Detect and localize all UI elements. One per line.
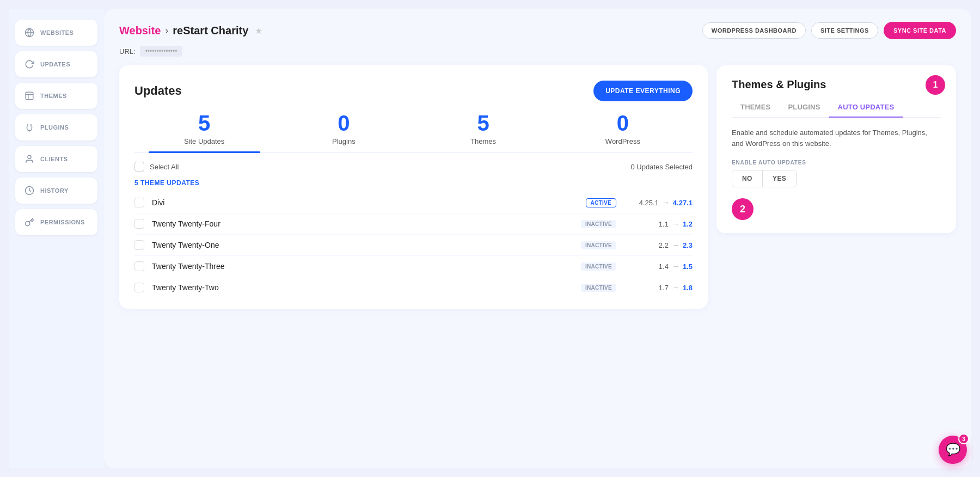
stat-wordpress[interactable]: 0 WordPress	[553, 112, 693, 152]
theme-row-checkbox[interactable]	[134, 198, 144, 207]
updates-title: Updates	[134, 84, 182, 98]
select-all-left: Select All	[134, 162, 179, 172]
version-to: 1.5	[683, 262, 693, 271]
content-row: Updates UPDATE EVERYTHING 5 Site Updates…	[119, 65, 956, 309]
table-row: Twenty Twenty-Two INACTIVE 1.7 → 1.8	[134, 277, 693, 298]
stat-site-updates-number: 5	[134, 112, 274, 134]
version-info: 1.1 → 1.2	[627, 219, 693, 228]
sidebar-item-updates-label: UPDATES	[40, 61, 70, 68]
header: Website › reStart Charity ★ WORDPRESS DA…	[119, 22, 956, 39]
select-all-label[interactable]: Select All	[150, 163, 179, 171]
theme-row-checkbox[interactable]	[134, 283, 144, 292]
panel-tabs: THEMES PLUGINS AUTO UPDATES	[732, 99, 941, 118]
updates-card: Updates UPDATE EVERYTHING 5 Site Updates…	[119, 65, 708, 309]
breadcrumb-website-link[interactable]: Website	[119, 25, 161, 37]
tab-themes[interactable]: THEMES	[732, 99, 779, 118]
plug-icon	[24, 122, 35, 133]
breadcrumb: Website › reStart Charity ★	[119, 25, 262, 37]
theme-row-checkbox[interactable]	[134, 219, 144, 229]
right-panel: 1 Themes & Plugins THEMES PLUGINS AUTO U…	[716, 65, 956, 233]
main-area: Website › reStart Charity ★ WORDPRESS DA…	[104, 9, 971, 468]
layout-icon	[24, 90, 35, 101]
svg-point-7	[28, 155, 31, 158]
wordpress-dashboard-button[interactable]: WORDPRESS DASHBOARD	[702, 22, 806, 39]
arrow-right-icon: →	[672, 283, 679, 292]
sync-site-data-button[interactable]: SYNC SITE DATA	[884, 22, 956, 39]
sidebar-item-websites[interactable]: WEBSITES	[15, 20, 97, 46]
header-actions: WORDPRESS DASHBOARD SITE SETTINGS SYNC S…	[702, 22, 956, 39]
table-row: Divi ACTIVE 4.25.1 → 4.27.1	[134, 192, 693, 213]
sidebar-item-clients[interactable]: CLIENTS	[15, 146, 97, 172]
stat-site-updates-label: Site Updates	[134, 137, 274, 145]
theme-name: Divi	[152, 198, 586, 207]
url-value: ••••••••••••••	[140, 46, 183, 57]
stat-wordpress-number: 0	[553, 112, 693, 134]
version-from: 1.7	[659, 284, 669, 292]
select-all-checkbox[interactable]	[134, 162, 144, 172]
version-from: 2.2	[659, 241, 669, 249]
theme-name: Twenty Twenty-Four	[152, 219, 581, 228]
sidebar-item-history-label: HISTORY	[40, 187, 69, 194]
sidebar-item-clients-label: CLIENTS	[40, 156, 68, 162]
sidebar-item-plugins-label: PLUGINS	[40, 124, 69, 131]
theme-row-checkbox[interactable]	[134, 240, 144, 250]
enable-auto-updates-label: ENABLE AUTO UPDATES	[732, 160, 941, 166]
version-info: 2.2 → 2.3	[627, 241, 693, 249]
sidebar-item-plugins[interactable]: PLUGINS	[15, 114, 97, 140]
theme-row-checkbox[interactable]	[134, 261, 144, 271]
theme-updates-header: 5 THEME UPDATES	[134, 179, 693, 187]
sidebar-item-updates[interactable]: UPDATES	[15, 51, 97, 77]
sidebar-item-themes[interactable]: THEMES	[15, 83, 97, 109]
panel-description: Enable and schedule automated updates fo…	[732, 127, 941, 150]
step-2-badge: 2	[732, 198, 754, 220]
chat-button[interactable]: 💬 3	[939, 436, 967, 464]
notification-badge-1: 1	[926, 75, 945, 95]
update-everything-button[interactable]: UPDATE EVERYTHING	[593, 81, 693, 101]
favorite-star-icon[interactable]: ★	[255, 26, 262, 36]
stat-themes-number: 5	[414, 112, 553, 134]
sidebar-item-themes-label: THEMES	[40, 93, 67, 99]
toggle-group: NO YES	[732, 170, 797, 187]
site-settings-button[interactable]: SITE SETTINGS	[811, 22, 878, 39]
tab-auto-updates[interactable]: AUTO UPDATES	[829, 99, 903, 118]
theme-status-badge: INACTIVE	[581, 220, 616, 228]
panel-title: Themes & Plugins	[732, 78, 941, 91]
arrow-right-icon: →	[672, 262, 679, 271]
clock-icon	[24, 185, 35, 196]
theme-list: Divi ACTIVE 4.25.1 → 4.27.1 Twenty Twent…	[134, 192, 693, 298]
toggle-yes-button[interactable]: YES	[763, 170, 796, 187]
version-to: 1.8	[683, 284, 693, 292]
svg-rect-2	[26, 92, 33, 100]
theme-status-badge: INACTIVE	[581, 241, 616, 249]
arrow-right-icon: →	[662, 198, 670, 207]
stat-themes-label: Themes	[414, 137, 553, 145]
table-row: Twenty Twenty-Four INACTIVE 1.1 → 1.2	[134, 213, 693, 235]
tab-plugins[interactable]: PLUGINS	[779, 99, 829, 118]
theme-name: Twenty Twenty-One	[152, 241, 581, 249]
chat-notification-badge: 3	[958, 433, 969, 444]
url-label: URL:	[119, 47, 136, 56]
globe-icon	[24, 27, 35, 38]
stat-plugins[interactable]: 0 Plugins	[274, 112, 413, 152]
theme-name: Twenty Twenty-Three	[152, 262, 581, 271]
stat-plugins-number: 0	[274, 112, 413, 134]
version-to: 1.2	[683, 220, 693, 228]
theme-status-badge: ACTIVE	[586, 198, 616, 207]
key-icon	[24, 217, 35, 228]
stat-site-updates[interactable]: 5 Site Updates	[134, 112, 274, 152]
arrow-right-icon: →	[672, 241, 679, 249]
toggle-no-button[interactable]: NO	[732, 170, 762, 187]
refresh-icon	[24, 59, 35, 70]
theme-status-badge: INACTIVE	[581, 262, 616, 271]
stat-themes[interactable]: 5 Themes	[414, 112, 553, 152]
url-bar: URL: ••••••••••••••	[119, 46, 956, 57]
version-from: 1.4	[659, 262, 669, 271]
sidebar-item-history[interactable]: HISTORY	[15, 178, 97, 204]
stat-wordpress-label: WordPress	[553, 137, 693, 145]
user-icon	[24, 154, 35, 164]
table-row: Twenty Twenty-Three INACTIVE 1.4 → 1.5	[134, 256, 693, 277]
sidebar-item-permissions[interactable]: PERMISSIONS	[15, 209, 97, 235]
sidebar: WEBSITES UPDATES THEMES	[9, 9, 104, 468]
theme-status-badge: INACTIVE	[581, 284, 616, 292]
select-all-row: Select All 0 Updates Selected	[134, 162, 693, 172]
